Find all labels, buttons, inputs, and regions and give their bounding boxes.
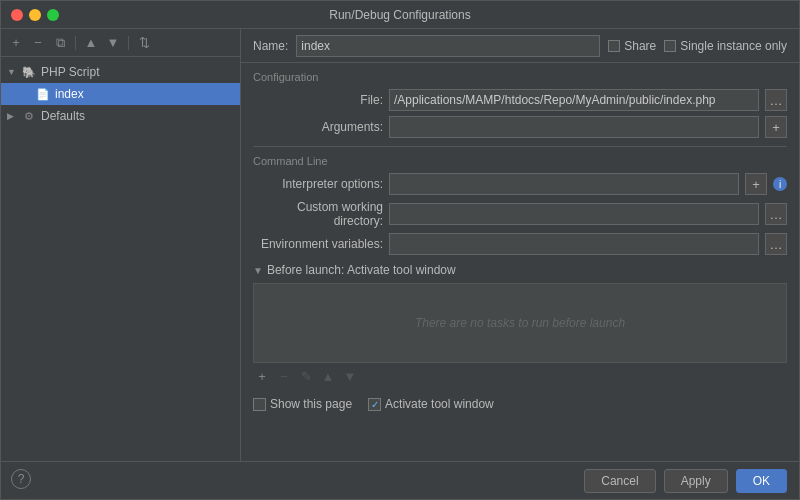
main-content: + − ⧉ ▲ ▼ ⇅ ▼ 🐘 PHP Script ▶ 📄 <box>1 29 799 461</box>
traffic-lights <box>11 9 59 21</box>
custom-working-dir-input[interactable] <box>389 203 759 225</box>
interpreter-options-row: Interpreter options: + i <box>253 173 787 195</box>
window-title: Run/Debug Configurations <box>329 8 470 22</box>
custom-working-dir-label: Custom working directory: <box>253 200 383 228</box>
move-up-button[interactable]: ▲ <box>82 34 100 52</box>
defaults-label: Defaults <box>41 109 85 123</box>
share-checkbox[interactable] <box>608 40 620 52</box>
close-button[interactable] <box>11 9 23 21</box>
apply-button[interactable]: Apply <box>664 469 728 493</box>
custom-working-dir-browse-button[interactable]: … <box>765 203 787 225</box>
config-section: Configuration File: … Arguments: + Comma… <box>241 63 799 461</box>
arguments-label: Arguments: <box>253 120 383 134</box>
defaults-icon: ⚙ <box>21 110 37 123</box>
move-down-button[interactable]: ▼ <box>104 34 122 52</box>
show-page-label: Show this page <box>270 397 352 411</box>
index-label: index <box>55 87 84 101</box>
single-instance-checkbox[interactable] <box>664 40 676 52</box>
configuration-section-label: Configuration <box>253 71 787 83</box>
env-variables-input[interactable] <box>389 233 759 255</box>
file-input[interactable] <box>389 89 759 111</box>
no-tasks-message: There are no tasks to run before launch <box>415 316 625 330</box>
launch-move-down-button[interactable]: ▼ <box>341 367 359 385</box>
footer: ? Cancel Apply OK <box>1 461 799 499</box>
cancel-button[interactable]: Cancel <box>584 469 655 493</box>
sidebar-toolbar: + − ⧉ ▲ ▼ ⇅ <box>1 29 240 57</box>
launch-remove-button[interactable]: − <box>275 367 293 385</box>
env-variables-row: Environment variables: … <box>253 233 787 255</box>
title-bar: Run/Debug Configurations <box>1 1 799 29</box>
launch-toolbar: + − ✎ ▲ ▼ <box>253 363 787 389</box>
file-label: File: <box>253 93 383 107</box>
toolbar-separator-2 <box>128 36 129 50</box>
file-row: File: … <box>253 89 787 111</box>
right-panel: Name: Share Single instance only Configu <box>241 29 799 461</box>
launch-move-up-button[interactable]: ▲ <box>319 367 337 385</box>
help-button[interactable]: ? <box>11 469 31 489</box>
env-variables-label: Environment variables: <box>253 237 383 251</box>
arguments-input[interactable] <box>389 116 759 138</box>
tree-arrow-defaults: ▶ <box>7 111 17 121</box>
bottom-checkboxes: Show this page Activate tool window <box>253 393 787 415</box>
before-launch-header[interactable]: ▼ Before launch: Activate tool window <box>253 263 787 277</box>
index-icon: 📄 <box>35 88 51 101</box>
arguments-add-button[interactable]: + <box>765 116 787 138</box>
file-browse-button[interactable]: … <box>765 89 787 111</box>
sidebar-item-index[interactable]: ▶ 📄 index <box>1 83 240 105</box>
before-launch-section: ▼ Before launch: Activate tool window Th… <box>253 263 787 415</box>
sidebar-tree: ▼ 🐘 PHP Script ▶ 📄 index ▶ ⚙ Defaults <box>1 57 240 461</box>
before-launch-collapse-arrow: ▼ <box>253 265 263 276</box>
command-line-section-label: Command Line <box>253 155 787 167</box>
remove-config-button[interactable]: − <box>29 34 47 52</box>
activate-tool-window-label: Activate tool window <box>385 397 494 411</box>
maximize-button[interactable] <box>47 9 59 21</box>
sort-button[interactable]: ⇅ <box>135 34 153 52</box>
launch-add-button[interactable]: + <box>253 367 271 385</box>
tree-arrow-php-script: ▼ <box>7 67 17 77</box>
show-page-checkbox-item[interactable]: Show this page <box>253 397 352 411</box>
custom-working-dir-row: Custom working directory: … <box>253 200 787 228</box>
copy-config-button[interactable]: ⧉ <box>51 34 69 52</box>
name-options: Share Single instance only <box>608 39 787 53</box>
window: Run/Debug Configurations + − ⧉ ▲ ▼ ⇅ ▼ 🐘… <box>0 0 800 500</box>
name-input[interactable] <box>296 35 600 57</box>
toolbar-separator <box>75 36 76 50</box>
sidebar: + − ⧉ ▲ ▼ ⇅ ▼ 🐘 PHP Script ▶ 📄 <box>1 29 241 461</box>
name-row: Name: Share Single instance only <box>241 29 799 63</box>
single-instance-checkbox-row[interactable]: Single instance only <box>664 39 787 53</box>
before-launch-tasks-box: There are no tasks to run before launch <box>253 283 787 363</box>
php-script-icon: 🐘 <box>21 66 37 79</box>
name-label: Name: <box>253 39 288 53</box>
single-instance-label: Single instance only <box>680 39 787 53</box>
sidebar-item-defaults[interactable]: ▶ ⚙ Defaults <box>1 105 240 127</box>
activate-tool-window-checkbox-item[interactable]: Activate tool window <box>368 397 494 411</box>
share-checkbox-row[interactable]: Share <box>608 39 656 53</box>
divider-1 <box>253 146 787 147</box>
arguments-row: Arguments: + <box>253 116 787 138</box>
interpreter-options-label: Interpreter options: <box>253 177 383 191</box>
show-page-checkbox[interactable] <box>253 398 266 411</box>
php-script-label: PHP Script <box>41 65 99 79</box>
ok-button[interactable]: OK <box>736 469 787 493</box>
sidebar-item-php-script[interactable]: ▼ 🐘 PHP Script <box>1 61 240 83</box>
add-config-button[interactable]: + <box>7 34 25 52</box>
activate-tool-window-checkbox[interactable] <box>368 398 381 411</box>
share-label: Share <box>624 39 656 53</box>
before-launch-label: Before launch: Activate tool window <box>267 263 456 277</box>
minimize-button[interactable] <box>29 9 41 21</box>
interpreter-options-add-button[interactable]: + <box>745 173 767 195</box>
env-variables-browse-button[interactable]: … <box>765 233 787 255</box>
interpreter-options-input[interactable] <box>389 173 739 195</box>
interpreter-options-info-icon: i <box>773 177 787 191</box>
launch-edit-button[interactable]: ✎ <box>297 367 315 385</box>
